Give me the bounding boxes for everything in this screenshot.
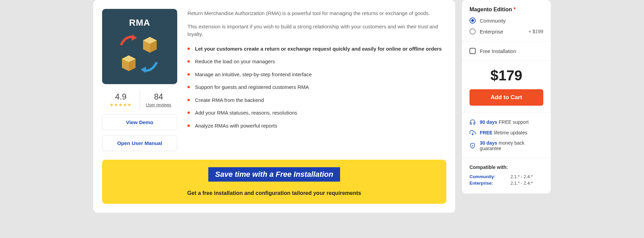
- compat-value: 2.1.* - 2.4.*: [510, 174, 533, 179]
- checkbox-label: Free Installation: [480, 48, 543, 54]
- benefit-text: 90 days FREE support: [480, 119, 529, 125]
- benefit-text: 30 days money back guarantee: [480, 140, 543, 151]
- compat-title: Compatible with:: [470, 164, 543, 170]
- promo-subtitle: Get a free installation and configuratio…: [112, 190, 436, 196]
- promo-title: Save time with a Free Installation: [208, 167, 340, 182]
- free-installation-checkbox[interactable]: Free Installation: [470, 48, 543, 54]
- open-manual-button[interactable]: Open User Manual: [102, 135, 177, 151]
- user-reviews-link[interactable]: User reviews: [146, 102, 171, 107]
- sidebar-card: Magento Edition * Community Enterprise +…: [462, 0, 551, 194]
- review-count: 84: [140, 92, 178, 102]
- description-2: This extension is important if you wish …: [187, 23, 446, 38]
- edition-title: Magento Edition *: [470, 6, 543, 13]
- feature-item: Create RMA from the backend: [187, 96, 446, 104]
- checkbox-unchecked-icon: [470, 48, 476, 54]
- benefit-guarantee: 30 days money back guarantee: [470, 140, 543, 151]
- compat-value: 2.1.* - 2.4.*: [510, 181, 533, 186]
- view-demo-button[interactable]: View Demo: [102, 114, 177, 130]
- stars-icon: ★★★★★: [102, 102, 140, 107]
- shield-check-icon: [470, 143, 476, 149]
- feature-item: Support for guests and registered custom…: [187, 83, 446, 91]
- arrow-red-icon: [119, 33, 140, 47]
- download-cloud-icon: [470, 130, 476, 136]
- radio-price: + $199: [529, 29, 543, 34]
- compat-community-row: Community: 2.1.* - 2.4.*: [470, 174, 543, 179]
- product-image-title: RMA: [129, 17, 150, 28]
- headset-icon: [470, 119, 476, 125]
- radio-unchecked-icon: [470, 28, 476, 35]
- reviews-block[interactable]: 84 User reviews: [140, 90, 178, 109]
- benefit-text: FREE lifetime updates: [480, 130, 527, 135]
- radio-label: Enterprise: [480, 29, 529, 35]
- product-image: RMA: [102, 9, 177, 84]
- radio-label: Community: [480, 18, 543, 24]
- feature-item: Reduce the load on your managers: [187, 58, 446, 66]
- compat-label: Enterprise:: [470, 181, 510, 186]
- add-to-cart-button[interactable]: Add to Cart: [470, 89, 543, 106]
- description-1: Return Merchandise Authorization (RMA) i…: [187, 10, 446, 17]
- edition-enterprise-radio[interactable]: Enterprise + $199: [470, 28, 543, 35]
- feature-list: Let your customers create a return or ex…: [187, 45, 446, 130]
- arrow-blue-icon: [138, 61, 158, 74]
- radio-checked-icon: [470, 17, 476, 24]
- main-product-card: RMA: [93, 0, 455, 213]
- feature-item: Manage an intuitive, step-by-step fronte…: [187, 71, 446, 79]
- rating-block: 4.9 ★★★★★: [102, 90, 140, 109]
- benefit-support: 90 days FREE support: [470, 119, 543, 125]
- required-asterisk: *: [514, 6, 516, 12]
- product-graphic: [116, 31, 164, 76]
- box-icon: [140, 35, 159, 54]
- price: $179: [470, 67, 543, 84]
- compat-label: Community:: [470, 174, 510, 179]
- feature-item: Add your RMA statuses, reasons, resoluti…: [187, 109, 446, 117]
- feature-item: Analyze RMAs with powerful reports: [187, 122, 446, 130]
- rating-value: 4.9: [102, 92, 140, 102]
- compat-enterprise-row: Enterprise: 2.1.* - 2.4.*: [470, 181, 543, 186]
- promo-banner: Save time with a Free Installation Get a…: [102, 160, 446, 204]
- feature-item: Let your customers create a return or ex…: [187, 45, 446, 53]
- benefit-updates: FREE lifetime updates: [470, 130, 543, 136]
- box-icon: [119, 53, 138, 72]
- edition-community-radio[interactable]: Community: [470, 17, 543, 24]
